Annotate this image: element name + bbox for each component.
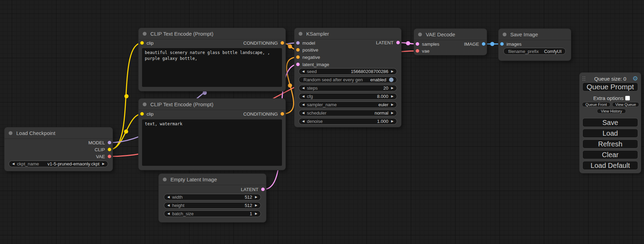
input-port-images: images xyxy=(500,41,522,47)
conditioning-port-dot[interactable] xyxy=(281,41,284,45)
stepper-left-icon[interactable]: ◀ xyxy=(302,95,305,98)
height-widget[interactable]: ◀ height 512 ▶ xyxy=(164,202,261,209)
scheduler-widget[interactable]: ◀ scheduler normal ▶ xyxy=(299,110,397,116)
collapse-dot-icon[interactable] xyxy=(143,32,147,36)
stepper-left-icon[interactable]: ◀ xyxy=(167,204,170,207)
random-seed-toggle-widget[interactable]: Random seed after every gen enabled xyxy=(299,76,397,83)
extra-options-checkbox[interactable] xyxy=(625,96,630,100)
stepper-right-icon[interactable]: ▶ xyxy=(391,70,394,73)
model-port-dot[interactable] xyxy=(296,41,300,45)
stepper-left-icon[interactable]: ◀ xyxy=(167,212,170,215)
clip-port-dot[interactable] xyxy=(140,41,144,45)
node-title-bar[interactable]: VAE Decode xyxy=(414,29,487,40)
node-save-image[interactable]: Save Image images filename_prefix ComfyU… xyxy=(499,29,571,61)
collapse-dot-icon[interactable] xyxy=(503,33,506,36)
stepper-left-icon[interactable]: ◀ xyxy=(302,70,305,73)
node-title-bar[interactable]: Save Image xyxy=(499,29,571,40)
gear-icon[interactable]: ⚙ xyxy=(633,75,638,82)
collapse-dot-icon[interactable] xyxy=(9,131,12,135)
widget-value[interactable]: 156680208700286 xyxy=(351,69,388,74)
ckpt-name-widget[interactable]: ◀ ckpt_name v1-5-pruned-emaonly.ckpt ▶ xyxy=(9,161,108,167)
view-history-button[interactable]: View History xyxy=(597,109,626,114)
port-label: CLIP xyxy=(95,147,105,152)
stepper-right-icon[interactable]: ▶ xyxy=(391,95,394,98)
sampler-name-widget[interactable]: ◀ sampler_name euler ▶ xyxy=(299,101,397,108)
clip-port-dot[interactable] xyxy=(108,148,111,151)
conditioning-port-dot[interactable] xyxy=(296,48,300,52)
widget-value[interactable]: v1-5-pruned-emaonly.ckpt xyxy=(47,161,99,166)
refresh-button[interactable]: Refresh xyxy=(582,139,638,148)
queue-front-button[interactable]: Queue Front xyxy=(582,102,610,107)
node-title-bar[interactable]: Load Checkpoint xyxy=(5,127,113,139)
node-clip-text-encode-positive[interactable]: CLIP Text Encode (Prompt) clip CONDITION… xyxy=(139,28,285,91)
stepper-left-icon[interactable]: ◀ xyxy=(12,162,15,165)
view-queue-button[interactable]: View Queue xyxy=(612,102,639,107)
prompt-textarea[interactable]: text, watermark xyxy=(142,119,282,166)
prompt-textarea[interactable]: beautiful scenery nature glass bottle la… xyxy=(142,48,282,87)
conditioning-port-dot[interactable] xyxy=(281,112,284,116)
node-ksampler[interactable]: KSampler model positive negative latent_… xyxy=(294,28,401,127)
clear-button[interactable]: Clear xyxy=(582,150,638,159)
stepper-left-icon[interactable]: ◀ xyxy=(302,103,305,106)
stepper-left-icon[interactable]: ◀ xyxy=(302,87,305,90)
filename-prefix-widget[interactable]: filename_prefix ComfyUI xyxy=(503,48,566,55)
node-load-checkpoint[interactable]: Load Checkpoint MODEL CLIP VAE ◀ ckpt_na… xyxy=(5,127,113,171)
stepper-right-icon[interactable]: ▶ xyxy=(391,111,394,115)
batch-size-widget[interactable]: ◀ batch_size 1 ▶ xyxy=(164,210,261,217)
widget-value[interactable]: euler xyxy=(378,102,388,107)
collapse-dot-icon[interactable] xyxy=(418,33,422,36)
port-label: LATENT xyxy=(241,187,258,192)
stepper-right-icon[interactable]: ▶ xyxy=(255,196,257,199)
widget-value[interactable]: 8.000 xyxy=(377,94,389,99)
collapse-dot-icon[interactable] xyxy=(163,178,167,181)
stepper-right-icon[interactable]: ▶ xyxy=(391,87,394,90)
width-widget[interactable]: ◀ width 512 ▶ xyxy=(164,194,261,200)
input-port-vae: vae xyxy=(416,48,430,54)
seed-widget[interactable]: ◀ seed 156680208700286 ▶ xyxy=(299,68,397,75)
stepper-left-icon[interactable]: ◀ xyxy=(302,120,305,123)
stepper-right-icon[interactable]: ▶ xyxy=(391,120,394,123)
stepper-right-icon[interactable]: ▶ xyxy=(255,212,257,215)
widget-value[interactable]: 1.000 xyxy=(377,119,389,124)
latent-port-dot[interactable] xyxy=(396,41,400,44)
node-empty-latent-image[interactable]: Empty Latent Image LATENT ◀ width 512 ▶ … xyxy=(159,174,266,222)
queue-prompt-button[interactable]: Queue Prompt xyxy=(582,82,638,91)
clip-port-dot[interactable] xyxy=(140,112,144,116)
stepper-right-icon[interactable]: ▶ xyxy=(255,204,257,207)
conditioning-port-dot[interactable] xyxy=(296,55,300,59)
node-title-bar[interactable]: KSampler xyxy=(294,28,401,39)
collapse-dot-icon[interactable] xyxy=(143,102,147,106)
node-clip-text-encode-negative[interactable]: CLIP Text Encode (Prompt) clip CONDITION… xyxy=(139,99,285,170)
widget-value[interactable]: 512 xyxy=(245,203,252,208)
node-title-bar[interactable]: Empty Latent Image xyxy=(159,174,266,185)
stepper-left-icon[interactable]: ◀ xyxy=(302,111,305,115)
node-title-bar[interactable]: CLIP Text Encode (Prompt) xyxy=(139,28,285,39)
node-vae-decode[interactable]: VAE Decode samples vae IMAGE xyxy=(414,29,487,55)
latent-port-dot[interactable] xyxy=(296,63,300,66)
denoise-widget[interactable]: ◀ denoise 1.000 ▶ xyxy=(299,118,397,125)
widget-value[interactable]: normal xyxy=(374,110,388,116)
collapse-dot-icon[interactable] xyxy=(299,32,302,36)
widget-value[interactable]: 20 xyxy=(383,85,388,91)
widget-value[interactable]: ComfyUI xyxy=(544,49,562,54)
steps-widget[interactable]: ◀ steps 20 ▶ xyxy=(299,85,397,91)
latent-port-dot[interactable] xyxy=(261,188,265,191)
latent-port-dot[interactable] xyxy=(416,42,419,46)
comfyui-canvas[interactable]: { "app": "ComfyUI node graph", "colors":… xyxy=(0,0,644,244)
toggle-enabled-icon[interactable] xyxy=(389,78,394,82)
image-port-dot[interactable] xyxy=(482,42,485,46)
stepper-left-icon[interactable]: ◀ xyxy=(167,196,170,199)
load-default-button[interactable]: Load Default xyxy=(582,161,638,170)
save-button[interactable]: Save xyxy=(582,118,638,127)
model-port-dot[interactable] xyxy=(108,141,111,144)
load-button[interactable]: Load xyxy=(582,129,638,138)
widget-value[interactable]: 512 xyxy=(245,195,252,200)
vae-port-dot[interactable] xyxy=(108,155,111,158)
cfg-widget[interactable]: ◀ cfg 8.000 ▶ xyxy=(299,93,397,100)
vae-port-dot[interactable] xyxy=(416,49,419,53)
node-title-bar[interactable]: CLIP Text Encode (Prompt) xyxy=(139,99,285,110)
image-port-dot[interactable] xyxy=(500,42,504,46)
stepper-right-icon[interactable]: ▶ xyxy=(102,162,105,165)
widget-value[interactable]: 1 xyxy=(250,211,252,216)
stepper-right-icon[interactable]: ▶ xyxy=(391,103,394,106)
